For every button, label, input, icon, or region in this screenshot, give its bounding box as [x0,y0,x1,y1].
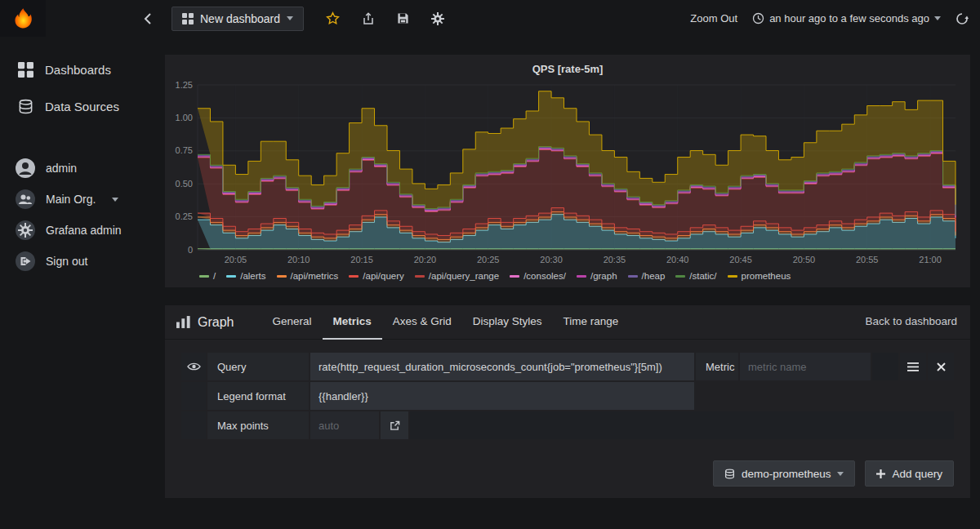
legend-item[interactable]: /api/metrics [277,271,339,281]
legend-item[interactable]: / [199,271,216,281]
sidebar-item-data-sources[interactable]: Data Sources [0,88,163,125]
legend-item[interactable]: /api/query_range [415,271,499,281]
x-axis-label: 21:00 [919,255,942,264]
legend-series-label: / [213,271,216,281]
database-icon [18,99,33,114]
chevron-down-icon [112,198,118,202]
navbar-main: New dashboard [163,7,980,31]
external-link-icon [390,420,400,431]
legend-item[interactable]: /consoles/ [510,271,566,281]
legend-item[interactable]: /api/query [349,271,404,281]
sidebar-item-main-org[interactable]: Main Org. [0,184,163,215]
add-query-button[interactable]: Add query [865,460,954,487]
x-axis-label: 20:15 [350,255,373,264]
sidebar-item-dashboards[interactable]: Dashboards [0,51,163,88]
editor-tabs: GeneralMetricsAxes & GridDisplay StylesT… [261,305,629,340]
legend-item[interactable]: /static/ [675,271,716,281]
save-button[interactable] [397,12,409,24]
star-button[interactable] [326,11,340,25]
sidebar-item-label: Dashboards [45,63,111,77]
row-spacer [181,382,206,410]
row-spacer [181,411,206,439]
legend-item[interactable]: /alerts [226,271,265,281]
refresh-button[interactable] [956,12,969,25]
legend-format-cell [310,382,694,410]
panel-type-text: Graph [198,315,234,330]
row-filler [410,411,954,439]
legend-item[interactable]: /heap [628,271,666,281]
gear-icon [431,12,444,25]
plus-icon [876,469,885,478]
organization-icon [15,189,36,210]
sidebar-collapse-button[interactable] [143,12,163,25]
sidebar-item-label: Grafana admin [46,224,122,237]
sidebar: Dashboards Data Sources admin [0,37,163,529]
grafana-logo[interactable] [0,0,46,37]
clock-icon [752,12,764,24]
legend-series-label: /heap [642,271,666,281]
time-range-picker[interactable]: an hour ago to a few seconds ago [752,12,941,24]
sign-out-icon [15,251,36,272]
tab-display-styles[interactable]: Display Styles [462,305,553,340]
legend-item[interactable]: /graph [577,271,617,281]
panel-type-label: Graph [176,315,234,330]
share-button[interactable] [362,12,375,25]
legend-format-input[interactable] [310,382,694,410]
x-axis-label: 20:35 [604,255,626,264]
query-label: Query [207,353,309,380]
sidebar-item-sign-out[interactable]: Sign out [0,246,163,277]
avatar-icon [15,158,36,179]
legend-series-label: prometheus [742,271,791,281]
back-to-dashboard-link[interactable]: Back to dashboard [865,315,957,327]
datasource-name: demo-prometheus [742,468,831,480]
refresh-icon [956,12,969,25]
x-axis-label: 20:25 [477,255,500,264]
tab-general[interactable]: General [261,305,322,340]
panel-title[interactable]: QPS [rate-5m] [173,60,962,80]
editor-tabs-row: Graph GeneralMetricsAxes & GridDisplay S… [165,305,970,340]
qps-chart[interactable]: 20:0520:1020:1520:2020:2520:3020:3520:40… [173,80,962,269]
query-menu-button[interactable] [900,353,926,380]
top-navbar: New dashboard [0,0,980,37]
max-points-row [310,411,954,439]
legend-color-dash [675,275,685,278]
max-points-label: Max points [207,411,309,439]
x-axis-label: 20:10 [287,255,310,264]
metric-label: Metric [696,353,738,380]
metric-name-input[interactable] [740,353,871,380]
sidebar-item-label: Sign out [46,255,87,268]
query-editor-table: Query Metric Legend format [181,353,954,439]
legend-item[interactable]: prometheus [728,271,791,281]
sidebar-item-grafana-admin[interactable]: Grafana admin [0,215,163,246]
legend-series-label: /api/query_range [429,271,499,281]
x-axis-label: 20:50 [793,255,816,264]
sidebar-item-label: Data Sources [45,100,119,113]
dashboard-picker[interactable]: New dashboard [172,7,304,31]
legend-color-dash [628,275,638,278]
metric-input-cell [740,353,871,380]
settings-button[interactable] [431,12,444,25]
datasource-button[interactable]: demo-prometheus [713,460,856,487]
y-axis-label: 0.75 [176,145,193,155]
zoom-out-button[interactable]: Zoom Out [690,12,737,24]
row-empty [696,382,954,410]
sidebar-item-admin[interactable]: admin [0,153,163,184]
tab-time-range[interactable]: Time range [553,305,630,340]
dashboards-icon [18,62,33,78]
legend-series-label: /static/ [689,271,716,281]
tab-axes-grid[interactable]: Axes & Grid [382,305,462,340]
query-remove-button[interactable] [928,353,954,380]
graph-editor-panel: Graph GeneralMetricsAxes & GridDisplay S… [165,305,970,498]
max-points-input[interactable] [310,411,379,439]
query-input[interactable] [310,353,694,380]
navbar-icons [326,11,444,25]
y-axis-label: 1.00 [176,113,193,122]
legend-series-label: /api/metrics [291,271,339,281]
x-axis-label: 20:40 [666,255,689,264]
query-toggle-visibility[interactable] [181,353,206,380]
tab-metrics[interactable]: Metrics [323,305,382,340]
open-link-button[interactable] [381,411,408,439]
grafana-flame-icon [12,7,34,29]
legend-color-dash [415,275,425,278]
bar-chart-icon [176,316,190,328]
